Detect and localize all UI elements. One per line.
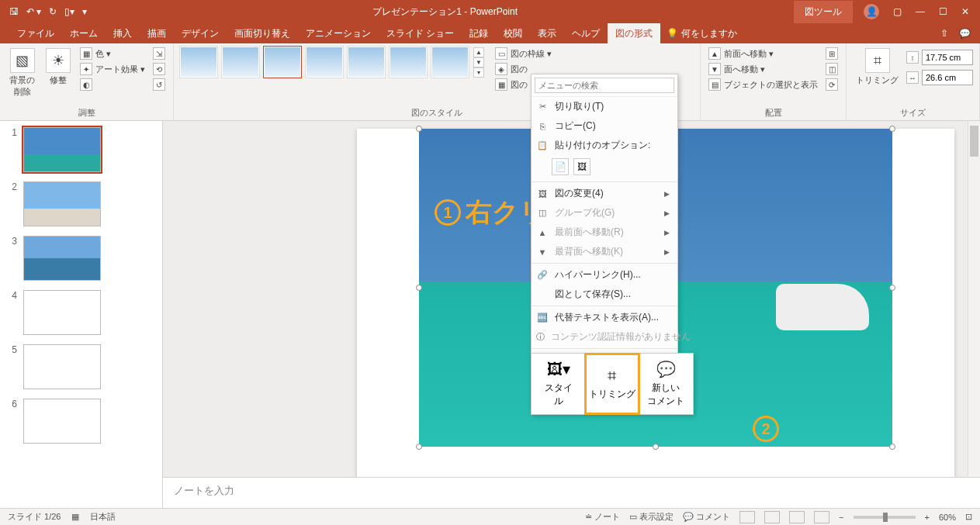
gallery-more-icon[interactable]: ▾ [473,67,484,78]
resize-handle[interactable] [416,126,422,132]
height-input[interactable] [922,50,973,65]
zoom-in-icon[interactable]: + [925,513,930,522]
zoom-slider-thumb[interactable] [883,513,888,522]
width-input[interactable] [922,70,973,85]
bring-forward-button[interactable]: ▲前面へ移動 ▾ [707,47,819,60]
align-button[interactable]: ⊞ [824,47,840,60]
slide-thumbnail-3[interactable]: 3 [3,236,159,281]
notes-pane[interactable]: ノートを入力 [163,477,980,508]
menu-change-picture[interactable]: 🖼図の変更(4)▶ [532,184,677,203]
reading-view-icon[interactable] [789,511,805,523]
status-comments[interactable]: 💬 コメント [683,511,730,523]
tab-home[interactable]: ホーム [62,23,106,44]
style-thumb[interactable] [348,47,385,78]
minimize-icon[interactable]: — [916,6,925,17]
tab-draw[interactable]: 描画 [140,23,174,44]
gallery-down-icon[interactable]: ▼ [473,57,484,67]
style-thumb[interactable] [390,47,427,78]
crop-button[interactable]: ⌗ トリミング [853,47,902,88]
paste-option-picture[interactable]: 🖼 [573,158,590,175]
style-thumb[interactable] [264,47,301,78]
transparency-button[interactable]: ◐ [78,78,147,92]
slide-sorter-view-icon[interactable] [764,511,780,523]
tab-transitions[interactable]: 画面切り替え [227,23,298,44]
resize-handle[interactable] [889,285,895,291]
share-icon[interactable]: ⇧ [940,28,948,39]
tab-design[interactable]: デザイン [174,23,227,44]
style-thumb[interactable] [222,47,259,78]
menu-copy[interactable]: ⎘コピー(C) [532,116,677,136]
resize-handle[interactable] [416,444,422,450]
rotate-button[interactable]: ⟳ [824,78,840,92]
undo-icon[interactable]: ↶ ▾ [26,6,41,17]
status-language[interactable]: 日本語 [90,511,116,523]
tab-slideshow[interactable]: スライド ショー [379,23,462,44]
tab-file[interactable]: ファイル [9,23,62,44]
fit-to-window-icon[interactable]: ⊡ [965,512,972,522]
zoom-out-icon[interactable]: − [839,513,843,522]
menu-search-input[interactable] [535,78,674,93]
normal-view-icon[interactable] [739,511,755,523]
qat-more-icon[interactable]: ▾ [82,6,87,17]
status-notes[interactable]: ≐ ノート [585,511,620,523]
paste-option-keep-source[interactable]: 📄 [552,158,569,175]
style-thumb[interactable] [306,47,343,78]
mini-style-button[interactable]: 🖼▾ スタイ ル [532,354,585,414]
start-from-beginning-icon[interactable]: ▯▾ [64,6,74,17]
slide-thumbnail-1[interactable]: 1 [3,127,159,172]
vertical-scrollbar[interactable] [968,121,980,477]
mini-crop-button[interactable]: ⌗ トリミング [585,354,639,414]
compress-button[interactable]: ⇲ [151,47,167,60]
tab-animations[interactable]: アニメーション [298,23,379,44]
selection-pane-button[interactable]: ▤ブジェクトの選択と表示 [707,78,819,92]
zoom-level[interactable]: 60% [939,513,956,522]
menu-hyperlink[interactable]: 🔗ハイパーリンク(H)... [532,265,677,285]
slideshow-view-icon[interactable] [814,511,829,523]
mini-comment-button[interactable]: 💬 新しい コメント [639,354,693,414]
slide-thumbnail-2[interactable]: 2 [3,181,159,226]
status-slide-number[interactable]: スライド 1/26 [8,511,61,523]
tab-insert[interactable]: 挿入 [106,23,140,44]
accessibility-icon[interactable]: ▦ [71,512,79,522]
scrollbar-thumb[interactable] [970,126,978,157]
resize-handle[interactable] [653,444,659,450]
picture-border-button[interactable]: ▭図の枠線 ▾ [493,47,553,60]
tell-me[interactable]: 💡 何をしますか [667,27,737,40]
menu-save-as-picture[interactable]: 図として保存(S)... [532,285,677,304]
menu-alt-text[interactable]: 🔤代替テキストを表示(A)... [532,308,677,327]
reset-picture-button[interactable]: ↺ [151,78,167,92]
close-icon[interactable]: ✕ [961,6,969,17]
zoom-slider[interactable] [854,516,916,519]
tab-view[interactable]: 表示 [530,23,564,44]
group-button[interactable]: ◫ [824,62,840,76]
slide-thumbnail-6[interactable]: 6 [3,399,159,444]
resize-handle[interactable] [889,444,895,450]
resize-handle[interactable] [889,126,895,132]
corrections-button[interactable]: ☀ 修整 [43,47,74,88]
redo-icon[interactable]: ↻ [49,6,57,17]
menu-cut[interactable]: ✂切り取り(T) [532,97,677,116]
color-button[interactable]: ▦色 ▾ [78,47,147,60]
maximize-icon[interactable]: ☐ [939,6,947,17]
resize-handle[interactable] [416,285,422,291]
style-thumb[interactable] [180,47,217,78]
menu-cert-info: ⓘコンテンツ認証情報がありません [532,327,677,347]
remove-background-button[interactable]: ▧ 背景の 削除 [6,47,38,99]
slide-thumbnail-5[interactable]: 5 [3,344,159,389]
account-avatar-icon[interactable]: 👤 [864,4,879,19]
ribbon-display-icon[interactable]: ▢ [893,6,902,17]
comments-icon[interactable]: 💬 [959,28,971,39]
tab-review[interactable]: 校閲 [496,23,530,44]
slide-thumbnail-4[interactable]: 4 [3,290,159,335]
style-thumb[interactable] [431,47,469,78]
tab-help[interactable]: ヘルプ [564,23,608,44]
artistic-effects-button[interactable]: ✦アート効果 ▾ [78,62,147,76]
save-icon[interactable]: 🖫 [9,6,19,17]
tab-record[interactable]: 記録 [462,23,496,44]
gallery-up-icon[interactable]: ▲ [473,47,484,57]
tab-picture-format[interactable]: 図の形式 [608,23,660,44]
slide-panel[interactable]: 1 2 3 4 5 6 [0,121,163,508]
status-display-settings[interactable]: ▭ 表示設定 [629,511,674,523]
change-picture-button[interactable]: ⟲ [151,62,167,76]
send-backward-button[interactable]: ▼面へ移動 ▾ [707,62,819,76]
